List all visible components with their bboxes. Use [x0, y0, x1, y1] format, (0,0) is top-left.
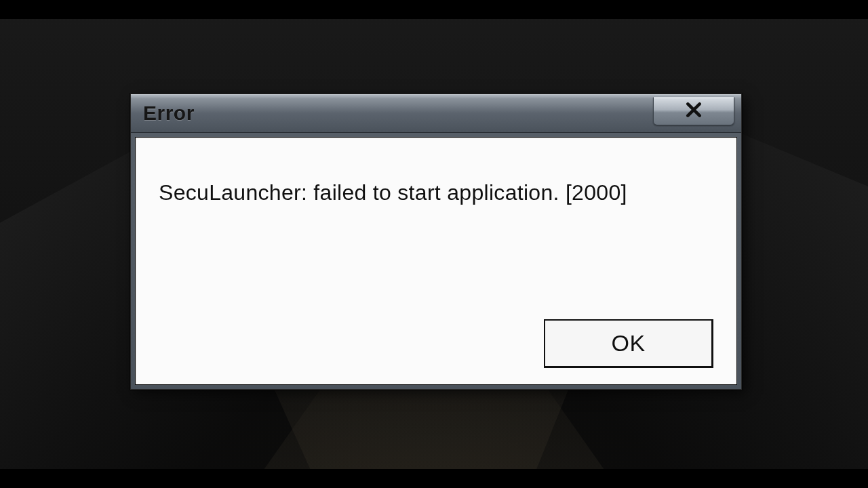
letterbox-bottom	[0, 469, 868, 488]
error-dialog: Error SecuLauncher: failed to start appl…	[130, 94, 742, 390]
letterbox-top	[0, 0, 868, 19]
close-button[interactable]	[653, 97, 734, 125]
ok-button[interactable]: OK	[544, 319, 713, 368]
dialog-title: Error	[143, 102, 195, 125]
dialog-button-row: OK	[544, 319, 713, 368]
dialog-frame: SecuLauncher: failed to start applicatio…	[131, 133, 741, 389]
error-message: SecuLauncher: failed to start applicatio…	[159, 178, 713, 207]
dialog-titlebar[interactable]: Error	[131, 94, 741, 133]
close-icon	[685, 101, 703, 121]
dialog-client-area: SecuLauncher: failed to start applicatio…	[135, 137, 737, 385]
